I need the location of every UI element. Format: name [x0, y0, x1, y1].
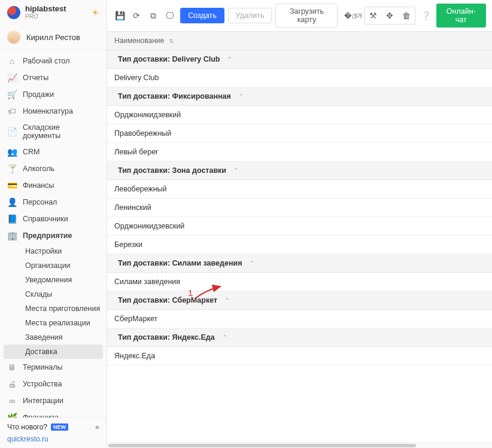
nav-label: Номенклатура: [23, 107, 73, 115]
table-row[interactable]: Березки: [107, 236, 492, 254]
group-row[interactable]: Тип доставки: Фиксированная⌃: [107, 87, 492, 106]
nav-sub-item[interactable]: Доставка: [4, 345, 103, 359]
nav-icon: 🏢: [7, 231, 17, 240]
nav-item[interactable]: ⌂Рабочий стол: [0, 53, 107, 69]
nav-item[interactable]: 📄Складские документы: [0, 120, 107, 144]
chevron-up-icon[interactable]: ⌃: [227, 56, 232, 63]
help-icon[interactable]: ❔: [419, 8, 432, 23]
view-tools-group: ⚒ ✥ 🗑: [364, 7, 415, 25]
delete-button[interactable]: Удалить: [228, 8, 272, 23]
table-row[interactable]: Орджоникидзевкий: [107, 106, 492, 124]
table-row[interactable]: СберМаркет: [107, 310, 492, 328]
nav-sub-item[interactable]: Уведомления: [0, 273, 107, 287]
move-icon[interactable]: ✥: [382, 8, 397, 23]
refresh-icon[interactable]: ⟳: [130, 8, 143, 23]
table-row[interactable]: Левый берег: [107, 143, 492, 161]
footer-link[interactable]: quickresto.ru: [7, 435, 99, 443]
table-row[interactable]: Силами заведения: [107, 273, 492, 291]
nav-label: Устройства: [23, 380, 62, 388]
nav-item[interactable]: 🌿Франшиза: [0, 409, 107, 417]
nav-item[interactable]: ∞Интеграции: [0, 392, 107, 409]
chevron-up-icon[interactable]: ⌃: [222, 334, 227, 342]
display-icon[interactable]: 🖵: [163, 8, 177, 23]
chevron-up-icon[interactable]: ⌃: [233, 167, 239, 175]
nav-item[interactable]: 👤Персонал: [0, 194, 107, 211]
nav-icon: 👥: [7, 147, 17, 157]
group-label: Тип доставки: Delivery Club: [118, 55, 220, 63]
nav-item[interactable]: 🛒Продажи: [0, 86, 107, 103]
nav-icon: ∞: [7, 396, 17, 406]
brand-title: hiplabstest: [25, 5, 66, 13]
nav-item[interactable]: 🏢Предприятие: [0, 227, 107, 244]
nav-item[interactable]: 📈Отчеты: [0, 69, 107, 86]
nav-item[interactable]: 🖥Терминалы: [0, 359, 107, 376]
copy-icon[interactable]: ⧉: [147, 8, 160, 23]
user-block[interactable]: Кирилл Рестов: [0, 25, 107, 50]
save-icon[interactable]: 💾: [113, 8, 126, 23]
nav-icon: 🖥: [7, 362, 17, 372]
whats-new-link[interactable]: Что нового?: [7, 423, 47, 431]
table-row[interactable]: Ленинский: [107, 199, 492, 217]
user-name: Кирилл Рестов: [26, 33, 80, 42]
nav-icon: 🌿: [7, 413, 17, 417]
nav-icon: 👤: [7, 197, 17, 207]
nav-icon: 📄: [7, 127, 17, 136]
table-row[interactable]: Левобережный: [107, 180, 492, 199]
table-row[interactable]: Орджоникидзевский: [107, 217, 492, 236]
trash-icon[interactable]: 🗑: [399, 8, 414, 23]
table-header[interactable]: Наименование ⇅: [107, 32, 492, 50]
nav-sub-item[interactable]: Склады: [0, 287, 107, 301]
table-row[interactable]: Правобережный: [107, 124, 492, 143]
group-label: Тип доставки: Яндекс.Еда: [118, 333, 215, 342]
nav-sub-item[interactable]: Места приготовления: [0, 301, 107, 316]
horizontal-scrollbar[interactable]: [107, 442, 492, 448]
chevron-up-icon[interactable]: ⌃: [224, 297, 230, 304]
nav-label: Персонал: [23, 198, 57, 206]
nav-label: Справочники: [23, 215, 68, 223]
nav-label: Финансы: [23, 181, 54, 190]
nav-label: Франшиза: [23, 413, 59, 417]
nav-item[interactable]: 🖨Устройства: [0, 376, 107, 392]
group-row[interactable]: Тип доставки: Зона доставки⌃: [107, 161, 492, 180]
group-row[interactable]: Тип доставки: Силами заведения⌃: [107, 254, 492, 273]
nav-label: Отчеты: [23, 74, 48, 82]
nav-item[interactable]: 📘Справочники: [0, 211, 107, 227]
brand: hiplabstest PRO ☀: [0, 0, 107, 25]
table-row[interactable]: Яндекс.Еда: [107, 347, 492, 365]
load-map-button[interactable]: Загрузить карту: [275, 4, 338, 28]
nav-sub-item[interactable]: Организации: [0, 258, 107, 273]
nav-sub-item[interactable]: Заведения: [0, 330, 107, 345]
nav: ⌂Рабочий стол📈Отчеты🛒Продажи🏷Номенклатур…: [0, 50, 107, 417]
chevron-up-icon[interactable]: ⌃: [238, 93, 244, 100]
nav-label: Продажи: [23, 90, 54, 99]
nav-label: CRM: [23, 148, 40, 156]
sliders-icon[interactable]: �চেন: [345, 8, 360, 23]
data-list: Тип доставки: Delivery Club⌃Delivery Clu…: [107, 50, 492, 442]
nav-icon: 💳: [7, 181, 17, 190]
table-row[interactable]: Delivery Club: [107, 69, 492, 87]
nav-item[interactable]: 👥CRM: [0, 144, 107, 160]
nav-sub-item[interactable]: Места реализации: [0, 316, 107, 330]
group-row[interactable]: Тип доставки: СберМаркет⌃: [107, 291, 492, 310]
sort-icon[interactable]: ⇅: [169, 38, 174, 44]
nav-item[interactable]: 💳Финансы: [0, 177, 107, 194]
nav-item[interactable]: 🏷Номенклатура: [0, 103, 107, 120]
group-row[interactable]: Тип доставки: Delivery Club⌃: [107, 50, 492, 69]
nav-icon: 📘: [7, 214, 17, 224]
scrollbar-thumb[interactable]: [108, 444, 416, 447]
nav-icon: ⌂: [7, 56, 17, 66]
nav-item[interactable]: 🍸Алкоголь: [0, 160, 107, 177]
theme-toggle-icon[interactable]: ☀: [92, 8, 99, 17]
group-label: Тип доставки: Силами заведения: [118, 259, 242, 267]
create-button[interactable]: Создать: [180, 8, 224, 23]
collapse-sidebar-button[interactable]: «: [95, 423, 99, 431]
nav-sub-item[interactable]: Настройки: [0, 244, 107, 258]
group-row[interactable]: Тип доставки: Яндекс.Еда⌃: [107, 328, 492, 347]
tools-icon[interactable]: ⚒: [365, 8, 381, 23]
avatar: [7, 31, 20, 44]
nav-label: Интеграции: [23, 397, 63, 405]
group-label: Тип доставки: СберМаркет: [118, 296, 217, 304]
nav-label: Рабочий стол: [23, 57, 69, 65]
online-chat-button[interactable]: Онлайн-чат: [436, 4, 487, 28]
chevron-up-icon[interactable]: ⌃: [249, 260, 254, 267]
